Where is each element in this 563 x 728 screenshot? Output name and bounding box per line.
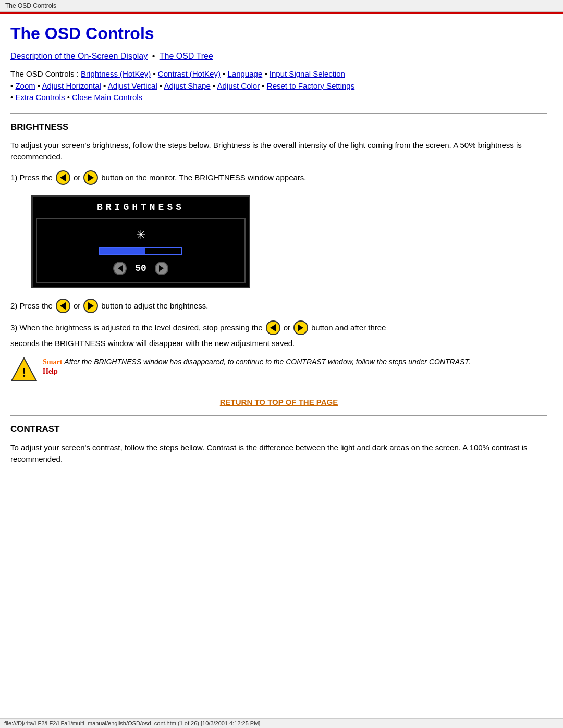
sun-icon: ✳ [136, 228, 145, 242]
sep6: • [157, 81, 164, 90]
brightness-title: BRIGHTNESS [10, 122, 547, 132]
link-reset[interactable]: Reset to Factory Settings [267, 81, 354, 90]
step-3-cont: seconds the BRIGHTNESS window will disap… [10, 337, 547, 350]
link-close[interactable]: Close Main Controls [72, 93, 142, 102]
sep1: • [221, 69, 228, 78]
link-adj-color[interactable]: Adjust Color [217, 81, 260, 90]
step-1-number: 1) Press the [10, 171, 53, 184]
smart-label: Smart [43, 358, 62, 366]
right-arrow-btn-1 [83, 170, 98, 185]
step-3-or: or [284, 322, 290, 334]
link-brightness[interactable]: Brightness (HotKey) [81, 69, 151, 78]
progress-bar-fill [100, 248, 145, 254]
sep4: • [35, 81, 42, 90]
help-label: Help [43, 367, 58, 375]
left-arrow-btn-3 [266, 320, 280, 335]
sep10: • [65, 93, 72, 102]
link-extra[interactable]: Extra Controls [15, 93, 65, 102]
osd-brightness-window: BRIGHTNESS ✳ 50 [31, 195, 250, 288]
link-input-signal[interactable]: Input Signal Selection [270, 69, 345, 78]
link-adj-horiz[interactable]: Adjust Horizontal [42, 81, 101, 90]
sep0: • [151, 69, 158, 78]
osd-left-btn [113, 262, 127, 275]
sep5: • [101, 81, 108, 90]
sep9: • [10, 93, 15, 102]
dot-sep-1: • [152, 52, 157, 60]
step-3-text: 3) When the brightness is adjusted to th… [10, 322, 263, 334]
warning-triangle-icon: ! [10, 357, 38, 382]
contrast-title: CONTRAST [10, 424, 547, 435]
step-3-suffix: button and after three [311, 322, 386, 334]
return-to-top-link[interactable]: RETURN TO TOP OF THE PAGE [220, 398, 338, 406]
link-adj-vert[interactable]: Adjust Vertical [108, 81, 157, 90]
step-2-suffix: button to adjust the brightness. [101, 300, 208, 312]
step-2: 2) Press the or button to adjust the bri… [10, 299, 547, 313]
osd-title-text: BRIGHTNESS [97, 202, 185, 213]
osd-title-bar: BRIGHTNESS [33, 197, 249, 218]
link-adj-shape[interactable]: Adjust Shape [164, 81, 211, 90]
link-contrast[interactable]: Contrast (HotKey) [158, 69, 221, 78]
svg-text:!: ! [22, 365, 27, 380]
step-3: 3) When the brightness is adjusted to th… [10, 320, 547, 350]
sep7: • [211, 81, 217, 90]
osd-right-btn [155, 262, 168, 275]
step-1: 1) Press the or button on the monitor. T… [10, 170, 547, 185]
nav-link-osd-tree[interactable]: The OSD Tree [160, 52, 213, 60]
contrast-intro: To adjust your screen's contrast, follow… [10, 442, 547, 465]
right-arrow-btn-2 [83, 299, 98, 313]
separator-2 [10, 415, 547, 416]
contrast-section: CONTRAST To adjust your screen's contras… [10, 424, 547, 465]
progress-bar-container [99, 247, 182, 255]
browser-tab: The OSD Controls [0, 0, 563, 12]
sep2: • [262, 69, 270, 78]
brightness-intro: To adjust your screen's brightness, foll… [10, 140, 547, 163]
step-2-or: or [74, 300, 80, 312]
step-1-suffix: button on the monitor. The BRIGHTNESS wi… [101, 171, 306, 184]
link-zoom[interactable]: Zoom [15, 81, 35, 90]
sep3: • [10, 81, 15, 90]
osd-controls: 50 [113, 262, 168, 275]
nav-links: Description of the On-Screen Display • T… [10, 52, 547, 61]
right-arrow-btn-3 [293, 320, 308, 335]
return-link-area: RETURN TO TOP OF THE PAGE [10, 398, 547, 407]
left-arrow-btn-2 [56, 299, 70, 313]
breadcrumb-prefix: The OSD Controls : [10, 69, 81, 78]
tab-title: The OSD Controls [5, 2, 56, 9]
smart-help-text: After the BRIGHTNESS window has disappea… [64, 357, 470, 366]
osd-body: ✳ 50 [36, 218, 246, 283]
step-1-or: or [74, 171, 80, 184]
smart-help-content: Smart After the BRIGHTNESS window has di… [43, 357, 471, 376]
sep8: • [260, 81, 267, 90]
left-arrow-btn-1 [56, 170, 70, 185]
brightness-section: BRIGHTNESS To adjust your screen's brigh… [10, 122, 547, 465]
page-title: The OSD Controls [10, 24, 547, 43]
smart-help-box: ! Smart After the BRIGHTNESS window has … [10, 357, 547, 382]
link-language[interactable]: Language [228, 69, 263, 78]
osd-value: 50 [135, 263, 146, 274]
separator-1 [10, 113, 547, 114]
nav-link-description[interactable]: Description of the On-Screen Display [10, 52, 148, 60]
step-2-prefix: 2) Press the [10, 300, 53, 312]
breadcrumb-area: The OSD Controls : Brightness (HotKey) •… [10, 68, 547, 104]
